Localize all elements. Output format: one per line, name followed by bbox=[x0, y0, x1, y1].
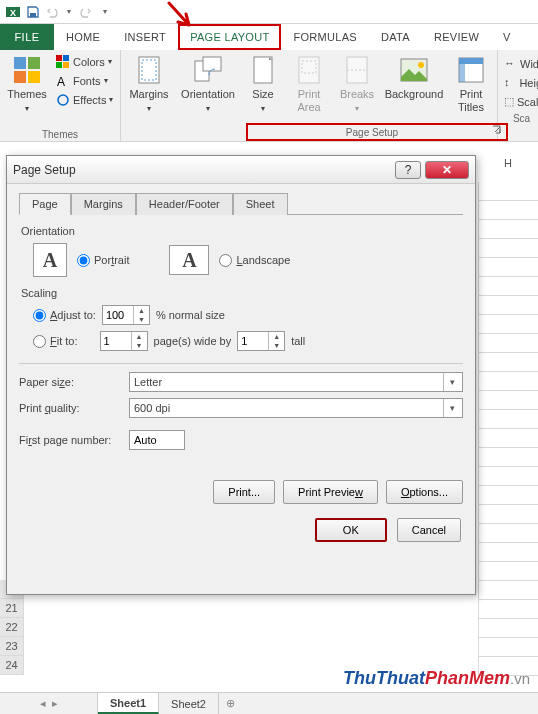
new-sheet-button[interactable]: ⊕ bbox=[219, 693, 243, 714]
dtab-sheet[interactable]: Sheet bbox=[233, 193, 288, 215]
svg-rect-3 bbox=[14, 57, 26, 69]
scale-width[interactable]: ↔Widt bbox=[502, 54, 538, 73]
ribbon-content: Themes▾ Colors ▾ AFonts ▾ Effects ▾ Them… bbox=[0, 50, 538, 142]
effects-button[interactable]: Effects ▾ bbox=[54, 90, 116, 109]
grid-cells[interactable] bbox=[478, 182, 538, 692]
sheet-nav[interactable]: ◂▸ bbox=[0, 693, 98, 714]
svg-rect-9 bbox=[56, 62, 62, 68]
effects-label: Effects bbox=[73, 94, 106, 106]
qat-customize-icon[interactable]: ▾ bbox=[96, 3, 114, 21]
svg-rect-2 bbox=[30, 13, 36, 17]
fit-wide-spinner[interactable]: ▲▼ bbox=[100, 331, 148, 351]
adjust-to-radio[interactable]: Adjust to: bbox=[33, 309, 96, 322]
svg-rect-10 bbox=[63, 62, 69, 68]
breaks-label: Breaks bbox=[340, 88, 374, 100]
excel-icon: X bbox=[4, 3, 22, 21]
svg-point-12 bbox=[58, 95, 68, 105]
print-titles-button[interactable]: Print Titles bbox=[449, 52, 493, 114]
scale-height[interactable]: ↕Heig bbox=[502, 73, 538, 92]
colors-button[interactable]: Colors ▾ bbox=[54, 52, 116, 71]
background-label: Background bbox=[385, 88, 444, 101]
scale-group-label: Sca bbox=[502, 111, 538, 125]
size-label: Size bbox=[252, 88, 273, 100]
themes-button[interactable]: Themes▾ bbox=[4, 52, 50, 114]
colors-label: Colors bbox=[73, 56, 105, 68]
fit-to-radio[interactable]: Fit to: bbox=[33, 335, 78, 348]
tab-home[interactable]: HOME bbox=[54, 24, 112, 50]
svg-rect-26 bbox=[459, 58, 465, 82]
page-setup-dialog: Page Setup ? ✕ Page Margins Header/Foote… bbox=[6, 155, 476, 595]
sheet-tab-2[interactable]: Sheet2 bbox=[159, 693, 219, 714]
fit-tall-label: tall bbox=[291, 335, 305, 347]
tab-page-layout[interactable]: PAGE LAYOUT bbox=[178, 24, 281, 50]
portrait-icon: A bbox=[33, 243, 67, 277]
svg-rect-5 bbox=[14, 71, 26, 83]
fit-tall-spinner[interactable]: ▲▼ bbox=[237, 331, 285, 351]
undo-dropdown-icon[interactable]: ▾ bbox=[64, 3, 74, 21]
orientation-section-title: Orientation bbox=[21, 225, 461, 237]
first-page-label: First page number: bbox=[19, 434, 123, 446]
dtab-margins[interactable]: Margins bbox=[71, 193, 136, 215]
adjust-spinner[interactable]: ▲▼ bbox=[102, 305, 150, 325]
themes-label: Themes bbox=[7, 88, 47, 100]
margins-button[interactable]: Margins▾ bbox=[125, 52, 173, 114]
themes-group-label: Themes bbox=[4, 127, 116, 141]
svg-point-23 bbox=[418, 62, 424, 68]
ribbon-tabs: FILE HOME INSERT PAGE LAYOUT FORMULAS DA… bbox=[0, 24, 538, 50]
paper-size-combo[interactable]: Letter bbox=[129, 372, 463, 392]
help-button[interactable]: ? bbox=[395, 161, 421, 179]
print-quality-combo[interactable]: 600 dpi bbox=[129, 398, 463, 418]
print-titles-label: Print Titles bbox=[458, 88, 484, 114]
redo-icon[interactable] bbox=[76, 3, 94, 21]
print-button[interactable]: Print... bbox=[213, 480, 275, 504]
tab-data[interactable]: DATA bbox=[369, 24, 422, 50]
ok-button[interactable]: OK bbox=[315, 518, 387, 542]
dialog-title-text: Page Setup bbox=[13, 163, 76, 177]
scale-percent[interactable]: ⬚Scale bbox=[502, 92, 538, 111]
svg-rect-4 bbox=[28, 57, 40, 69]
fit-mid-label: page(s) wide by bbox=[154, 335, 232, 347]
first-page-input[interactable] bbox=[129, 430, 185, 450]
margins-label: Margins bbox=[129, 88, 168, 100]
dtab-headerfooter[interactable]: Header/Footer bbox=[136, 193, 233, 215]
save-icon[interactable] bbox=[24, 3, 42, 21]
print-area-button[interactable]: Print Area bbox=[287, 52, 331, 114]
landscape-radio[interactable]: Landscape bbox=[219, 254, 290, 267]
print-quality-label: Print quality: bbox=[19, 402, 123, 414]
landscape-icon: A bbox=[169, 245, 209, 275]
tab-formulas[interactable]: FORMULAS bbox=[281, 24, 369, 50]
undo-icon[interactable] bbox=[44, 3, 62, 21]
fonts-label: Fonts bbox=[73, 75, 101, 87]
print-preview-button[interactable]: Print Preview bbox=[283, 480, 378, 504]
background-button[interactable]: Background bbox=[383, 52, 445, 101]
scaling-section-title: Scaling bbox=[21, 287, 461, 299]
tab-review[interactable]: REVIEW bbox=[422, 24, 491, 50]
print-area-label: Print Area bbox=[297, 88, 320, 114]
options-button[interactable]: Options... bbox=[386, 480, 463, 504]
svg-rect-6 bbox=[28, 71, 40, 83]
column-header-h[interactable]: H bbox=[478, 157, 538, 169]
tab-insert[interactable]: INSERT bbox=[112, 24, 178, 50]
size-button[interactable]: Size▾ bbox=[243, 52, 283, 114]
svg-rect-7 bbox=[56, 55, 62, 61]
svg-text:X: X bbox=[10, 8, 16, 18]
dialog-titlebar[interactable]: Page Setup ? ✕ bbox=[7, 156, 475, 184]
dtab-page[interactable]: Page bbox=[19, 193, 71, 215]
sheet-tab-bar: ◂▸ Sheet1 Sheet2 ⊕ bbox=[0, 692, 538, 714]
svg-rect-16 bbox=[203, 57, 221, 71]
paper-size-label: Paper size: bbox=[19, 376, 123, 388]
cancel-button[interactable]: Cancel bbox=[397, 518, 461, 542]
orientation-button[interactable]: Orientation▾ bbox=[177, 52, 239, 114]
tab-file[interactable]: FILE bbox=[0, 24, 54, 50]
quick-access-toolbar: X ▾ ▾ bbox=[0, 0, 538, 24]
tab-view-partial[interactable]: V bbox=[491, 24, 523, 50]
page-setup-group-label: Page Setup bbox=[246, 123, 508, 141]
close-button[interactable]: ✕ bbox=[425, 161, 469, 179]
breaks-button[interactable]: Breaks▾ bbox=[335, 52, 379, 114]
page-setup-launcher-icon[interactable] bbox=[491, 124, 503, 136]
fonts-button[interactable]: AFonts ▾ bbox=[54, 71, 116, 90]
sheet-tab-1[interactable]: Sheet1 bbox=[98, 693, 159, 714]
adjust-suffix: % normal size bbox=[156, 309, 225, 321]
portrait-radio[interactable]: Portrait bbox=[77, 254, 129, 267]
svg-rect-17 bbox=[254, 57, 272, 83]
